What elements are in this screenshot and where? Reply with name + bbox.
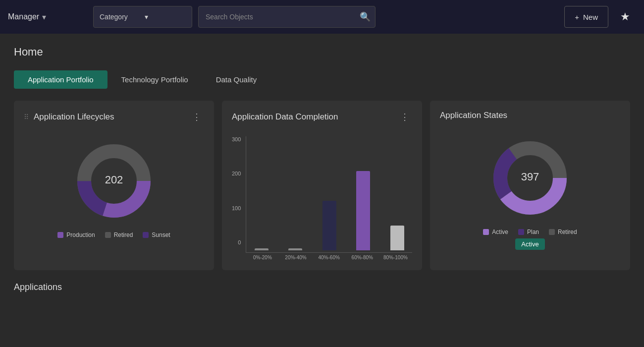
label-0-20: 0%-20%	[246, 255, 279, 260]
production-label: Production	[66, 231, 95, 238]
active-label: Active	[492, 229, 508, 235]
bar-0-20	[246, 248, 276, 250]
dropdown-chevron-icon: ▾	[145, 13, 186, 21]
tab-data-quality[interactable]: Data Quality	[202, 70, 271, 89]
category-dropdown[interactable]: Category ▾	[93, 6, 192, 28]
plan-color	[518, 229, 524, 235]
bar-80-100	[382, 226, 412, 250]
states-title-area: Application States	[440, 111, 507, 120]
category-label: Category	[100, 13, 141, 21]
tabs-container: Application Portfolio Technology Portfol…	[14, 70, 630, 89]
cards-row: ⠿ Application Lifecycles ⋮ 202	[14, 101, 630, 270]
states-legend: Active Plan Retired	[483, 229, 577, 235]
legend-states-retired: Retired	[549, 229, 577, 235]
legend-production: Production	[57, 231, 95, 238]
top-nav: Manager ▾ Category ▾ 🔍 + New ★	[0, 0, 644, 34]
states-card: Application States 397 Acti	[430, 101, 630, 270]
label-40-60: 40%-60%	[313, 255, 346, 260]
states-chart: 397 Active Plan Retired	[440, 128, 620, 253]
data-completion-menu-button[interactable]: ⋮	[397, 111, 412, 123]
retired-color	[105, 232, 111, 238]
bar-60-80	[348, 171, 378, 250]
chevron-down-icon: ▾	[42, 12, 46, 22]
lifecycles-menu-button[interactable]: ⋮	[189, 111, 204, 123]
lifecycles-card-title: Application Lifecycles	[34, 112, 114, 122]
new-label: New	[583, 13, 598, 21]
applications-section: Applications	[14, 282, 630, 292]
bar-40-60-bar	[322, 201, 336, 250]
page-title: Home	[14, 46, 630, 58]
data-completion-card-title: Application Data Completion	[232, 112, 338, 122]
search-container: 🔍	[198, 6, 376, 28]
legend-retired: Retired	[105, 231, 133, 238]
states-retired-label: Retired	[558, 229, 577, 235]
lifecycles-center-value: 202	[105, 174, 123, 186]
plan-label: Plan	[527, 229, 539, 235]
active-color	[483, 229, 489, 235]
data-completion-card: Application Data Completion ⋮ 300 200 10…	[222, 101, 422, 270]
data-completion-chart: 300 200 100 0	[232, 131, 412, 260]
favorites-button[interactable]: ★	[614, 6, 636, 28]
new-button[interactable]: + New	[564, 6, 608, 28]
legend-plan: Plan	[518, 229, 539, 235]
sunset-label: Sunset	[152, 231, 170, 238]
active-badge-container: Active	[515, 239, 544, 248]
lifecycles-card-header: ⠿ Application Lifecycles ⋮	[24, 111, 204, 123]
label-80-100: 80%-100%	[379, 255, 412, 260]
bar-60-80-bar	[356, 171, 370, 250]
sunset-color	[143, 232, 149, 238]
bar-80-100-bar	[390, 226, 404, 250]
label-20-40: 20%-40%	[279, 255, 312, 260]
bars-area: 0%-20% 20%-40% 40%-60% 60%-80% 80%-100%	[246, 136, 412, 260]
star-icon: ★	[620, 10, 630, 23]
y-label-300: 300	[232, 136, 241, 142]
brand-label: Manager	[8, 12, 39, 21]
lifecycles-donut-svg: 202	[64, 136, 163, 226]
y-axis: 300 200 100 0	[232, 136, 246, 260]
nav-brand: Manager ▾	[8, 12, 87, 22]
y-label-100: 100	[232, 205, 241, 211]
states-card-header: Application States	[440, 111, 620, 120]
retired-label: Retired	[114, 231, 133, 238]
production-color	[57, 232, 63, 238]
legend-sunset: Sunset	[143, 231, 170, 238]
data-completion-card-header: Application Data Completion ⋮	[232, 111, 412, 123]
bar-0-20-bar	[255, 248, 268, 250]
states-card-title: Application States	[440, 111, 507, 120]
y-label-0: 0	[238, 239, 241, 245]
lifecycles-chart: 202 Production Retired Sunset	[24, 131, 204, 243]
main-content: Home Application Portfolio Technology Po…	[0, 34, 644, 304]
lifecycles-card: ⠿ Application Lifecycles ⋮ 202	[14, 101, 214, 270]
bar-40-60	[314, 201, 344, 250]
plus-icon: +	[575, 13, 579, 21]
bar-20-40	[280, 248, 311, 250]
drag-handle-icon: ⠿	[24, 113, 29, 121]
search-button[interactable]: 🔍	[360, 11, 371, 22]
y-label-200: 200	[232, 171, 241, 176]
bar-chart-area: 300 200 100 0	[232, 136, 412, 260]
legend-active: Active	[483, 229, 508, 235]
tab-technology-portfolio[interactable]: Technology Portfolio	[107, 70, 202, 89]
tab-application-portfolio[interactable]: Application Portfolio	[14, 70, 107, 89]
search-input[interactable]	[198, 6, 376, 28]
bars-grid	[246, 136, 412, 253]
label-60-80: 60%-80%	[346, 255, 379, 260]
states-center-value: 397	[521, 171, 539, 183]
states-donut-svg: 397	[481, 133, 580, 223]
lifecycles-legend: Production Retired Sunset	[57, 231, 170, 238]
applications-title: Applications	[14, 282, 630, 292]
bar-20-40-bar	[288, 248, 302, 250]
lifecycles-title-area: ⠿ Application Lifecycles	[24, 112, 114, 122]
active-badge: Active	[515, 238, 544, 250]
states-retired-color	[549, 229, 555, 235]
data-completion-title-area: Application Data Completion	[232, 112, 338, 122]
bar-labels-row: 0%-20% 20%-40% 40%-60% 60%-80% 80%-100%	[246, 255, 412, 260]
